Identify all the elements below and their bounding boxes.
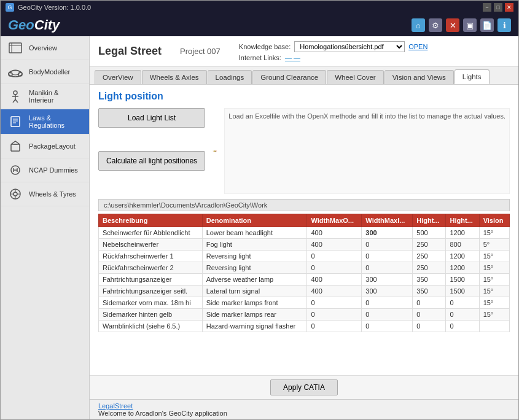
maximize-button[interactable]: □ (494, 3, 502, 12)
svg-line-10 (13, 99, 15, 103)
svg-rect-28 (213, 150, 214, 152)
cell-1-2: 400 (307, 239, 362, 251)
sidebar-label-ncap: NCAP Dummies (29, 166, 78, 174)
cell-0-6: 15° (479, 227, 509, 239)
home-icon[interactable]: ⌂ (412, 18, 425, 32)
footer: LegalStreet Welcome to Arcadlon's GeoCit… (90, 399, 518, 419)
table-row[interactable]: FahrtrichtungsanzeigerAdverse weather la… (99, 274, 510, 286)
doc-icon[interactable]: 📄 (480, 18, 494, 32)
laws-icon (7, 115, 24, 128)
cell-0-2: 400 (307, 227, 362, 239)
cell-4-4: 350 (413, 274, 446, 286)
cell-0-5: 1200 (446, 227, 479, 239)
cell-7-1: Side marker lamps rear (202, 309, 307, 321)
main-content: Light position Load Light List Calculate… (90, 85, 518, 375)
cell-2-5: 1200 (446, 251, 479, 262)
cell-5-4: 350 (413, 286, 446, 297)
col-vision: Vision (479, 214, 509, 227)
cell-8-6 (479, 321, 509, 332)
manikin-icon (7, 90, 24, 103)
table-row[interactable]: Warnblinklicht (siehe 6.5.)Hazard-warnin… (99, 321, 510, 332)
close-x-icon[interactable]: ✕ (446, 18, 459, 32)
cell-5-0: Fahrtrichtungsanzeiger seitl. (99, 286, 203, 297)
knowledge-area: Knowledge base: Homologationsübersicht.p… (239, 41, 428, 61)
tab-wheels-axles[interactable]: Wheels & Axles (142, 70, 207, 84)
tab-loadings[interactable]: Loadings (208, 70, 252, 84)
tab-lights[interactable]: Lights (455, 69, 490, 84)
sidebar-item-bodymodeller[interactable]: BodyModeller (1, 60, 89, 84)
sidebar-item-laws[interactable]: Laws & Regulations (1, 109, 89, 134)
tab-wheel-cover[interactable]: Wheel Cover (327, 70, 383, 84)
table-row[interactable]: Rückfahrscheinwerfer 2Reversing light002… (99, 262, 510, 274)
col-beschreibung: Beschreibung (99, 214, 203, 227)
cell-4-3: 300 (362, 274, 413, 286)
window-icon[interactable]: ▣ (463, 18, 477, 32)
sidebar-item-overview[interactable]: Overview (1, 36, 89, 60)
col-width-max-o: WidthMaxO... (307, 214, 362, 227)
bodymodeller-icon (7, 65, 24, 79)
cell-6-2: 0 (307, 297, 362, 309)
cell-1-4: 250 (413, 239, 446, 251)
svg-line-11 (15, 99, 18, 103)
col-denomination: Denomination (202, 214, 307, 227)
close-button[interactable]: ✕ (505, 3, 513, 12)
cell-3-3: 0 (362, 262, 413, 274)
window-title: GeoCity Version: 1.0.0.0 (18, 4, 91, 11)
cell-4-5: 1500 (446, 274, 479, 286)
col-hight2: Hight... (446, 214, 479, 227)
sidebar-label-wheels: Wheels & Tyres (29, 190, 76, 198)
tab-overview[interactable]: OverView (95, 70, 141, 84)
table-row[interactable]: Sidemarker vorn max. 18m hiSide marker l… (99, 297, 510, 309)
sidebar-item-package[interactable]: PackageLayout (1, 134, 89, 158)
cell-0-3: 300 (362, 227, 413, 239)
sidebar-label-overview: Overview (29, 44, 57, 52)
help-panel: Load an Excelfile with the OpenX methode… (224, 108, 510, 194)
minimize-button[interactable]: − (483, 3, 491, 12)
content-body: Load Light List Calculate all light posi… (98, 108, 510, 194)
content-header: Legal Street Project 007 Knowledge base:… (90, 36, 518, 67)
calculate-lights-button[interactable]: Calculate all light positiones (98, 151, 205, 171)
sidebar-item-wheels[interactable]: Wheels & Tyres (1, 182, 89, 206)
table-row[interactable]: Fahrtrichtungsanzeiger seitl.Lateral tur… (99, 286, 510, 297)
cell-0-0: Scheinwerfer für Abblendlicht (99, 227, 203, 239)
app-header: GeoCity ⌂ ⚙ ✕ ▣ 📄 ℹ (1, 14, 518, 36)
cell-1-6: 5° (479, 239, 509, 251)
table-row[interactable]: NebelscheinwerferFog light40002508005° (99, 239, 510, 251)
apply-catia-button[interactable]: Apply CATIA (270, 379, 338, 395)
table-row[interactable]: Sidemarker hinten gelbSide marker lamps … (99, 309, 510, 321)
svg-rect-0 (9, 43, 21, 53)
table-row[interactable]: Rückfahrscheinwerfer 1Reversing light002… (99, 251, 510, 262)
cell-7-5: 0 (446, 309, 479, 321)
cell-6-0: Sidemarker vorn max. 18m hi (99, 297, 203, 309)
cell-8-3: 0 (362, 321, 413, 332)
load-light-list-button[interactable]: Load Light List (98, 108, 205, 128)
sidebar-item-ncap[interactable]: NCAP Dummies (1, 158, 89, 182)
open-link[interactable]: OPEN (408, 43, 427, 50)
sidebar-label-laws: Laws & Regulations (29, 114, 83, 129)
table-row[interactable]: Scheinwerfer für AbblendlichtLower beam … (99, 227, 510, 239)
svg-rect-16 (11, 144, 20, 151)
content-title: Legal Street (98, 45, 162, 58)
cell-6-3: 0 (362, 297, 413, 309)
cell-2-1: Reversing light (202, 251, 307, 262)
cell-7-6: 15° (479, 309, 509, 321)
cell-7-4: 0 (413, 309, 446, 321)
cell-2-6: 15° (479, 251, 509, 262)
project-label: Project 007 (180, 47, 220, 56)
cell-5-1: Lateral turn signal (202, 286, 307, 297)
cell-4-0: Fahrtrichtungsanzeiger (99, 274, 203, 286)
knowledge-base-row: Knowledge base: Homologationsübersicht.p… (239, 41, 428, 52)
cell-6-1: Side marker lamps front (202, 297, 307, 309)
footer-link[interactable]: LegalStreet (98, 402, 510, 410)
knowledge-base-select[interactable]: Homologationsübersicht.pdf (294, 41, 405, 52)
cell-3-6: 15° (479, 262, 509, 274)
tab-ground-clearance[interactable]: Ground Clearance (252, 70, 326, 84)
info-icon[interactable]: ℹ (498, 18, 511, 32)
tab-vision-views[interactable]: Vision and Views (384, 70, 454, 84)
cell-7-2: 0 (307, 309, 362, 321)
gear-icon[interactable]: ⚙ (429, 18, 442, 32)
cell-3-0: Rückfahrscheinwerfer 2 (99, 262, 203, 274)
title-bar-left: G GeoCity Version: 1.0.0.0 (6, 3, 91, 12)
sidebar-item-manikin[interactable]: Manikin & Interieur (1, 84, 89, 109)
cell-8-0: Warnblinklicht (siehe 6.5.) (99, 321, 203, 332)
